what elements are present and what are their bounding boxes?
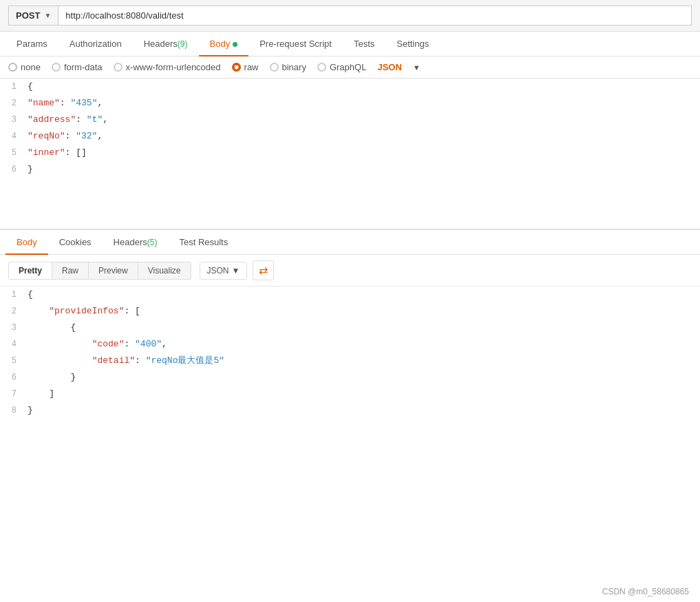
req-line-5: 5 "inner": []	[0, 145, 700, 161]
wrap-button[interactable]: ⇄	[253, 260, 274, 280]
json-format-dropdown[interactable]: ▼	[413, 63, 421, 72]
req-line-6: 6 }	[0, 161, 700, 178]
response-format-tabs: Pretty Raw Preview Visualize	[8, 262, 191, 280]
resp-format-raw[interactable]: Raw	[52, 262, 89, 279]
resp-line-2: 2 "provideInfos": [	[0, 303, 700, 320]
radio-raw	[232, 63, 241, 72]
body-type-binary[interactable]: binary	[270, 62, 306, 72]
resp-tab-headers[interactable]: Headers(5)	[103, 230, 169, 254]
body-type-none[interactable]: none	[8, 62, 41, 72]
method-label: POST	[16, 10, 40, 21]
resp-line-5: 5 "detail": "reqNo最大值是5"	[0, 353, 700, 369]
response-editor: 1 { 2 "provideInfos": [ 3 { 4 "code": "4…	[0, 287, 700, 438]
resp-tab-test-results[interactable]: Test Results	[168, 230, 239, 254]
tab-body[interactable]: Body	[199, 32, 249, 56]
req-line-1: 1 {	[0, 79, 700, 95]
resp-format-visualize[interactable]: Visualize	[138, 262, 191, 279]
response-toolbar: Pretty Raw Preview Visualize JSON ▼ ⇄	[0, 255, 700, 287]
url-bar: POST ▼	[0, 0, 700, 32]
method-selector[interactable]: POST ▼	[8, 6, 59, 25]
body-type-urlencoded[interactable]: x-www-form-urlencoded	[114, 62, 221, 72]
resp-line-3: 3 {	[0, 320, 700, 336]
body-type-graphql[interactable]: GraphQL	[317, 62, 366, 72]
resp-format-pretty[interactable]: Pretty	[9, 262, 52, 279]
radio-urlencoded	[114, 63, 123, 72]
body-type-raw[interactable]: raw	[232, 62, 259, 72]
resp-line-4: 4 "code": "400",	[0, 336, 700, 353]
url-input[interactable]	[59, 6, 692, 25]
body-type-row: none form-data x-www-form-urlencoded raw…	[0, 56, 700, 79]
top-tabs: Params Authorization Headers(9) Body Pre…	[0, 32, 700, 56]
req-line-3: 3 "address": "t",	[0, 112, 700, 128]
response-format-dropdown[interactable]: JSON ▼	[200, 262, 248, 280]
response-tabs: Body Cookies Headers(5) Test Results	[0, 230, 700, 255]
json-format-label: JSON	[377, 62, 401, 72]
req-line-4: 4 "reqNo": "32",	[0, 128, 700, 145]
method-dropdown-arrow: ▼	[44, 12, 51, 19]
radio-graphql	[317, 63, 326, 72]
resp-tab-body[interactable]: Body	[6, 230, 48, 254]
tab-pre-request[interactable]: Pre-request Script	[248, 32, 343, 56]
resp-line-7: 7 ]	[0, 386, 700, 402]
radio-none	[8, 63, 17, 72]
request-editor[interactable]: 1 { 2 "name": "435", 3 "address": "t", 4…	[0, 79, 700, 230]
tab-params[interactable]: Params	[6, 32, 59, 56]
resp-tab-cookies[interactable]: Cookies	[48, 230, 103, 254]
req-line-2: 2 "name": "435",	[0, 95, 700, 112]
resp-format-preview[interactable]: Preview	[89, 262, 138, 279]
resp-line-1: 1 {	[0, 287, 700, 303]
tab-tests[interactable]: Tests	[343, 32, 385, 56]
tab-settings[interactable]: Settings	[385, 32, 440, 56]
tab-authorization[interactable]: Authorization	[59, 32, 133, 56]
radio-form-data	[52, 63, 61, 72]
tab-headers[interactable]: Headers(9)	[133, 32, 199, 56]
body-type-form-data[interactable]: form-data	[52, 62, 103, 72]
radio-binary	[270, 63, 279, 72]
resp-line-8: 8 }	[0, 402, 700, 419]
resp-line-6: 6 }	[0, 369, 700, 386]
dropdown-chevron: ▼	[232, 266, 240, 276]
body-dot	[233, 42, 237, 47]
